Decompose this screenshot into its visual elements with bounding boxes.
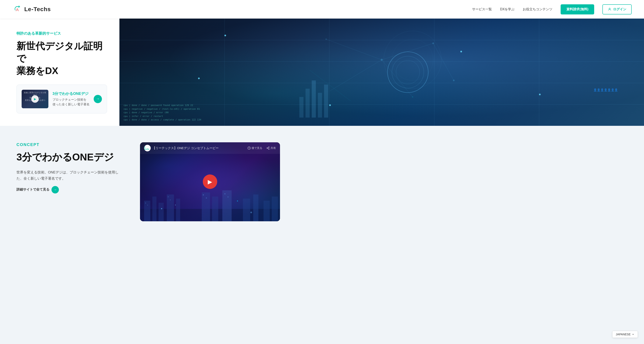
login-button[interactable]: ログイン (602, 4, 632, 15)
svg-line-45 (268, 148, 269, 149)
hero-right: cpu | done / done / password found opera… (120, 19, 644, 126)
video-action1-label: 後で見る (252, 146, 262, 150)
video-play-button[interactable]: ▶ (203, 175, 217, 189)
svg-point-42 (268, 147, 269, 147)
concept-left: CONCEPT 3分でわかるONEデジ 世界を変える技術。ONEデジは、ブロック… (16, 142, 124, 194)
svg-point-10 (326, 39, 327, 40)
hero-card-title: 3分でわかるONEデジ (52, 91, 90, 96)
site-header: Le-Techs サービス一覧 DXを学ぶ お役立ちコンテンツ 資料請求(無料)… (0, 0, 644, 19)
svg-rect-22 (152, 197, 156, 221)
svg-line-6 (330, 60, 382, 91)
video-action2-label: 共有 (270, 146, 276, 150)
svg-point-13 (384, 31, 442, 89)
concept-badge: CONCEPT (16, 142, 124, 147)
concept-right: e-Techs 【リーテックス】ONEデジ コンセプトムービー 後で見る (140, 142, 628, 221)
nav-services[interactable]: サービス一覧 (472, 7, 492, 12)
video-logo-area: e-Techs 【リーテックス】ONEデジ コンセプトムービー (144, 145, 219, 151)
svg-point-1 (609, 8, 610, 9)
code-line-2: cpu | negative / negative / (test-lo-n4l… (124, 107, 201, 111)
svg-rect-21 (144, 201, 150, 221)
concept-more-link[interactable]: 詳細サイトで全て見る → (16, 186, 124, 194)
svg-point-8 (381, 59, 383, 61)
svg-line-5 (382, 60, 412, 97)
svg-rect-32 (272, 197, 278, 221)
svg-rect-17 (312, 80, 316, 118)
svg-rect-40 (228, 197, 228, 197)
svg-rect-34 (147, 205, 148, 205)
svg-rect-26 (202, 193, 210, 221)
video-header: e-Techs 【リーテックス】ONEデジ コンセプトムービー 後で見る (140, 142, 280, 154)
concept-more-label: 詳細サイトで全て見る (16, 188, 50, 192)
svg-point-43 (267, 148, 268, 148)
svg-rect-15 (299, 97, 304, 118)
code-line-3: cpu | done / negative / error (00 (124, 111, 201, 114)
svg-rect-29 (243, 199, 250, 221)
login-label: ログイン (613, 7, 626, 12)
nav-learn[interactable]: DXを学ぶ (500, 7, 514, 12)
svg-rect-30 (253, 195, 258, 221)
concept-desc: 世界を変える技術。ONEデジは、ブロックチェーン技術を使用した、全く新しい電子署… (16, 169, 124, 182)
code-line-4: cpu | infer / error / restart (124, 114, 201, 118)
video-action-share[interactable]: 共有 (266, 146, 276, 150)
hero-title-line2: 業務をDX (16, 65, 58, 76)
concept-section: CONCEPT 3分でわかるONEデジ 世界を変える技術。ONEデジは、ブロック… (0, 126, 644, 238)
hero-card-content: 3分でわかるONEデジ ブロックチェーン技術を 使った全く新しい電子署名 (52, 91, 90, 107)
svg-rect-31 (264, 201, 270, 221)
svg-rect-39 (224, 194, 226, 194)
hero-title: 新世代デジタル証明で 業務をDX (16, 40, 107, 77)
svg-rect-19 (324, 85, 328, 118)
nav-contents[interactable]: お役立ちコンテンツ (523, 7, 552, 12)
svg-rect-25 (176, 199, 180, 221)
hero-left: 特許のある革新的サービス 新世代デジタル証明で 業務をDX 急速に変革するデジタ… (0, 19, 120, 126)
svg-point-11 (453, 80, 454, 81)
svg-rect-18 (318, 93, 322, 118)
hero-section: 特許のある革新的サービス 新世代デジタル証明で 業務をDX 急速に変革するデジタ… (0, 19, 644, 126)
svg-rect-24 (167, 195, 174, 221)
svg-point-9 (432, 43, 434, 44)
thumb-play-button[interactable]: ▶ (31, 95, 39, 103)
user-icon (608, 8, 612, 11)
video-logo-circle: e-Techs (144, 145, 151, 151)
request-button[interactable]: 資料請求(無料) (560, 4, 594, 15)
svg-rect-16 (306, 89, 310, 118)
code-line-5: cpu | done / done / access / complete / … (124, 118, 201, 122)
hero-card-thumbnail: 急速に変革するデジタル領域で 安心と安全を 真実を証明する力を持つ ▶ (22, 90, 48, 108)
hero-badge: 特許のある革新的サービス (16, 31, 107, 36)
svg-rect-27 (212, 197, 218, 221)
svg-point-44 (268, 149, 269, 149)
hero-title-line1: 新世代デジタル証明で (16, 41, 102, 64)
concept-more-arrow: → (52, 186, 59, 194)
hero-card-arrow[interactable]: → (94, 95, 102, 103)
concept-video[interactable]: e-Techs 【リーテックス】ONEデジ コンセプトムービー 後で見る (140, 142, 280, 221)
svg-point-14 (392, 39, 433, 80)
svg-rect-23 (158, 203, 164, 221)
video-inner: e-Techs 【リーテックス】ONEデジ コンセプトムービー 後で見る (140, 142, 280, 221)
logo-text: Le-Techs (24, 6, 51, 13)
svg-rect-33 (145, 203, 146, 203)
svg-line-4 (433, 43, 454, 80)
logo-area[interactable]: Le-Techs (12, 4, 51, 14)
svg-rect-37 (203, 195, 204, 195)
code-line-1: cpu | done / done / password found opera… (124, 104, 201, 107)
svg-line-2 (326, 39, 382, 60)
hero-card[interactable]: 急速に変革するデジタル領域で 安心と安全を 真実を証明する力を持つ ▶ 3分でわ… (16, 85, 107, 113)
concept-title: 3分でわかるONEデジ (16, 151, 124, 163)
video-action-clock[interactable]: 後で見る (248, 146, 262, 150)
svg-point-12 (412, 96, 413, 98)
people-icons: 👤👤👤👤👤👤👤 (593, 88, 618, 92)
clock-icon (248, 146, 251, 150)
main-nav: サービス一覧 DXを学ぶ お役立ちコンテンツ 資料請求(無料) ログイン (472, 4, 632, 15)
svg-line-46 (268, 147, 269, 148)
logo-icon (12, 4, 22, 14)
share-icon (266, 146, 270, 150)
svg-rect-35 (168, 197, 168, 197)
svg-rect-36 (170, 200, 171, 200)
video-title: 【リーテックス】ONEデジ コンセプトムービー (152, 146, 219, 150)
code-overlay: cpu | done / done / password found opera… (124, 104, 201, 122)
svg-rect-28 (222, 190, 232, 221)
hero-card-desc: ブロックチェーン技術を 使った全く新しい電子署名 (52, 97, 90, 107)
svg-rect-38 (206, 198, 207, 198)
video-header-actions: 後で見る 共有 (248, 146, 276, 150)
svg-line-3 (382, 43, 433, 60)
